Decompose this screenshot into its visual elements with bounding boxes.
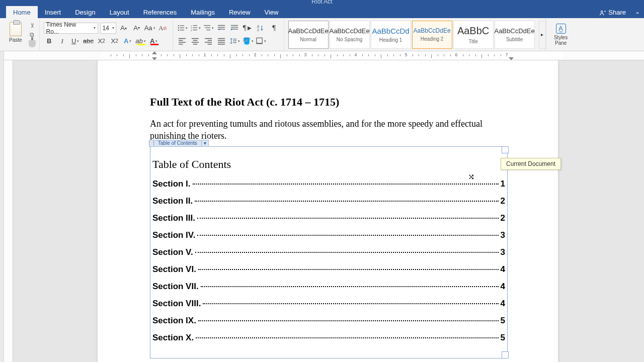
tab-mailings[interactable]: Mailings (184, 6, 222, 18)
tab-references[interactable]: References (136, 6, 184, 18)
toc-dropdown-icon[interactable]: ▾ (202, 140, 209, 147)
toc-entry[interactable]: Section IX. 5 (150, 316, 507, 326)
document-subtitle[interactable]: An act for preventing tumults and riotou… (150, 118, 508, 142)
sort-icon[interactable]: AZ (256, 23, 267, 34)
toc-entry-page: 4 (501, 282, 505, 292)
toc-entry[interactable]: Section I. 1 (150, 179, 507, 189)
align-right-icon[interactable] (203, 36, 214, 47)
align-left-icon[interactable] (177, 36, 188, 47)
tooltip: Current Document (501, 158, 561, 170)
svg-rect-27 (179, 40, 183, 41)
tab-view[interactable]: View (258, 6, 286, 18)
align-center-icon[interactable] (190, 36, 201, 47)
bold-button[interactable]: B (44, 36, 55, 47)
change-case-icon[interactable]: Aa▾ (144, 23, 155, 34)
numbering-icon[interactable]: 123▾ (190, 23, 201, 34)
highlight-icon[interactable]: ab▾ (135, 36, 146, 47)
svg-rect-38 (218, 38, 225, 39)
style-no-spacing[interactable]: AaBbCcDdEeNo Spacing (330, 21, 370, 49)
toc-leader (201, 286, 499, 287)
subscript-button[interactable]: X2 (96, 36, 107, 47)
svg-rect-39 (218, 40, 225, 41)
ribbon: Paste ✂ ⧉ Times New Ro...▾ 14▾ A▴ A▾ Aa▾ (0, 18, 644, 51)
svg-point-1 (178, 25, 179, 26)
svg-rect-2 (180, 26, 184, 26)
svg-text:Z: Z (257, 28, 259, 32)
style-normal[interactable]: AaBbCcDdEeNormal (288, 21, 329, 49)
svg-rect-36 (205, 42, 212, 42)
share-button[interactable]: Share (594, 7, 631, 18)
document-title[interactable]: Full Text of the Riot Act (c. 1714 – 171… (150, 96, 508, 109)
share-label: Share (608, 9, 626, 16)
collapse-ribbon-icon[interactable]: ⌃ (631, 11, 644, 18)
font-color-icon[interactable]: A▾ (148, 36, 159, 47)
format-painter-icon[interactable] (28, 40, 36, 47)
tab-design[interactable]: Design (68, 6, 102, 18)
tab-review[interactable]: Review (222, 6, 258, 18)
svg-rect-28 (179, 42, 186, 42)
tab-layout[interactable]: Layout (103, 6, 136, 18)
font-name-select[interactable]: Times New Ro...▾ (44, 23, 98, 34)
line-spacing-icon[interactable]: ▾ (229, 36, 240, 47)
svg-rect-34 (205, 38, 212, 39)
cut-icon[interactable]: ✂ (29, 22, 36, 30)
svg-rect-14 (205, 28, 210, 28)
strikethrough-button[interactable]: abc (83, 36, 94, 47)
toc-entry[interactable]: Section X. 5 (150, 333, 507, 343)
italic-button[interactable]: I (57, 36, 68, 47)
toc-heading[interactable]: Table of Contents (150, 158, 507, 171)
toc-corner-bottom (502, 351, 509, 358)
styles-pane-button[interactable]: A̲ Styles Pane (549, 24, 573, 46)
toc-entry[interactable]: Section IV. 3 (150, 230, 507, 240)
ltr-direction-icon[interactable]: ¶► (243, 23, 254, 34)
toc-entry-page: 2 (501, 213, 505, 223)
font-size-select[interactable]: 14▾ (100, 23, 116, 34)
tab-home[interactable]: Home (6, 6, 38, 18)
justify-icon[interactable] (216, 36, 227, 47)
toc-field-tab[interactable]: ⋮⋮ Table of Contents ▾ (149, 140, 209, 147)
toc-entry[interactable]: Section VI. 4 (150, 264, 507, 275)
toc-leader (198, 320, 499, 321)
toc-entry-label: Section VIII. (152, 299, 201, 309)
style-heading-1[interactable]: AaBbCcDdHeading 1 (371, 21, 411, 49)
multilevel-list-icon[interactable]: ▾ (203, 23, 214, 34)
tab-insert[interactable]: Insert (38, 6, 68, 18)
toc-handle-icon[interactable]: ⋮⋮ (149, 140, 154, 147)
style-title[interactable]: AaBbCTitle (453, 21, 494, 49)
grow-font-icon[interactable]: A▴ (118, 23, 129, 34)
bullets-icon[interactable]: ▾ (177, 23, 188, 34)
vertical-ruler[interactable] (4, 60, 13, 362)
toc-leader (197, 218, 499, 219)
superscript-button[interactable]: X2 (109, 36, 120, 47)
window-title: Riot Act (311, 0, 332, 5)
toc-tab-label[interactable]: Table of Contents (154, 140, 202, 147)
show-marks-icon[interactable]: ¶ (269, 23, 280, 34)
styles-more-icon[interactable]: ▸ (539, 21, 546, 49)
toc-entry[interactable]: Section VIII. 4 (150, 299, 507, 309)
document-area: Full Text of the Riot Act (c. 1714 – 171… (13, 60, 644, 362)
style-subtitle[interactable]: AaBbCcDdEeSubtitle (495, 21, 535, 49)
toc-entry[interactable]: Section VII. 4 (150, 282, 507, 292)
underline-button[interactable]: U▾ (70, 36, 81, 47)
toc-entry[interactable]: Section III. 2 (150, 213, 507, 223)
decrease-indent-icon[interactable] (216, 23, 227, 34)
page[interactable]: Full Text of the Riot Act (c. 1714 – 171… (98, 60, 558, 362)
toc-entry-label: Section VII. (152, 282, 199, 292)
svg-rect-21 (231, 27, 238, 28)
text-effects-icon[interactable]: A▾ (122, 36, 133, 47)
horizontal-ruler[interactable]: 1234567 (4, 51, 644, 60)
clear-formatting-icon[interactable]: A⊘ (157, 23, 169, 34)
paste-button[interactable]: Paste (6, 22, 25, 43)
increase-indent-icon[interactable] (229, 23, 240, 34)
toc-entry[interactable]: Section II. 2 (150, 196, 507, 206)
svg-rect-41 (218, 44, 225, 44)
style-heading-2[interactable]: AaBbCcDdEeHeading 2 (412, 21, 452, 49)
shading-icon[interactable]: 🪣▾ (243, 36, 254, 47)
shrink-font-icon[interactable]: A▾ (131, 23, 142, 34)
svg-text:A: A (257, 25, 260, 28)
toc-entry[interactable]: Section V. 3 (150, 247, 507, 257)
borders-icon[interactable]: ▾ (256, 36, 267, 47)
toc-leader (197, 235, 498, 236)
font-group: Times New Ro...▾ 14▾ A▴ A▾ Aa▾ A⊘ B I U▾… (40, 18, 173, 51)
toc-field[interactable]: ⋮⋮ Table of Contents ▾ Table of Contents… (150, 146, 508, 358)
